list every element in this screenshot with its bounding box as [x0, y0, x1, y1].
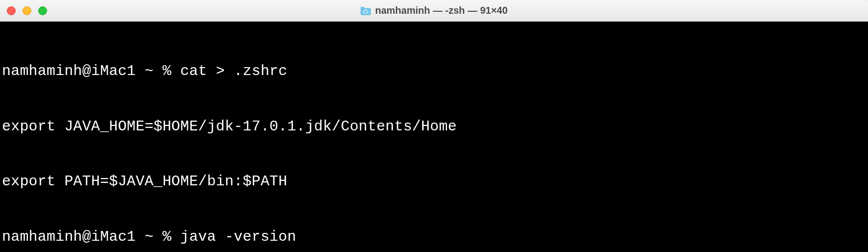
window-titlebar[interactable]: namhaminh — -zsh — 91×40: [0, 0, 868, 22]
traffic-lights: [7, 6, 47, 15]
close-icon[interactable]: [7, 6, 16, 15]
window-title: namhaminh — -zsh — 91×40: [361, 5, 508, 16]
terminal-line: namhaminh@iMac1 ~ % cat > .zshrc: [2, 62, 866, 81]
terminal-line: export JAVA_HOME=$HOME/jdk-17.0.1.jdk/Co…: [2, 118, 866, 136]
terminal-line: export PATH=$JAVA_HOME/bin:$PATH: [2, 173, 866, 191]
window-title-text: namhaminh — -zsh — 91×40: [375, 5, 508, 16]
home-folder-icon: [361, 6, 371, 15]
minimize-icon[interactable]: [23, 6, 31, 15]
maximize-icon[interactable]: [38, 6, 47, 15]
terminal-body[interactable]: namhaminh@iMac1 ~ % cat > .zshrc export …: [0, 22, 868, 252]
terminal-window: namhaminh — -zsh — 91×40 namhaminh@iMac1…: [0, 0, 868, 252]
terminal-line: namhaminh@iMac1 ~ % java -version: [2, 228, 866, 247]
